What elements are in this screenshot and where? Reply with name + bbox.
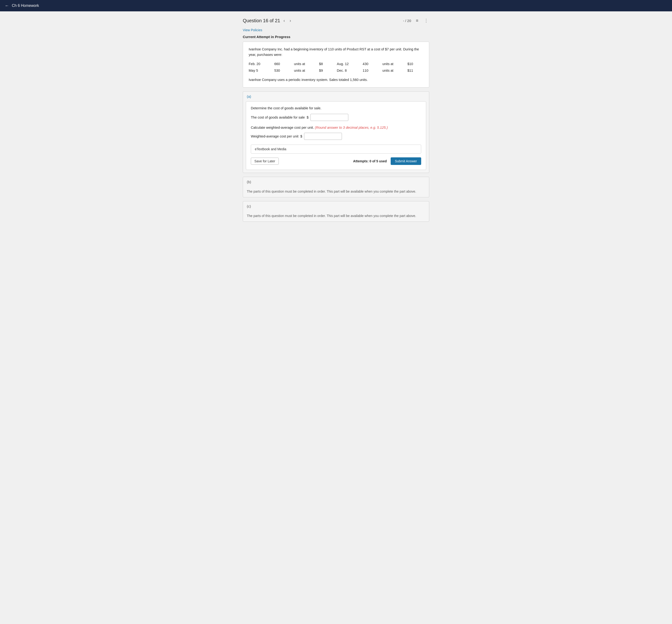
weighted-avg-hint: (Round answer to 3 decimal places, e.g. …	[315, 126, 388, 129]
part-b-locked-text: The parts of this question must be compl…	[243, 187, 429, 197]
back-arrow-icon[interactable]: ←	[5, 3, 9, 8]
part-a-header: (a)	[243, 92, 429, 101]
attempts-info: Attempts: 0 of 5 used	[353, 159, 387, 163]
next-question-button[interactable]: ›	[288, 17, 292, 24]
etextbook-link[interactable]: eTextbook and Media	[251, 145, 421, 154]
weighted-avg-label: Calculate weighted-average cost per unit…	[251, 126, 421, 129]
weighted-avg-input[interactable]	[304, 133, 342, 140]
top-navigation: ← Ch 6 Homework	[0, 0, 672, 11]
problem-intro-text: Ivanhoe Company Inc. had a beginning inv…	[249, 47, 423, 57]
purchase-date-4: Dec. 8	[337, 68, 359, 73]
purchase-qty-2: 530	[274, 68, 290, 73]
purchase-price-2: $9	[319, 68, 333, 73]
purchase-price-1: $8	[319, 61, 333, 67]
weighted-avg-dollar-sign: $	[300, 134, 302, 138]
course-title: Ch 6 Homework	[12, 4, 39, 8]
question-header: Question 16 of 21 ‹ › - / 20 ≡ ⋮	[243, 17, 429, 24]
score-display: - / 20	[403, 19, 411, 23]
purchase-price-3: $10	[408, 61, 423, 67]
part-a-body: Determine the cost of goods available fo…	[246, 101, 426, 170]
question-title: Question 16 of 21	[243, 18, 280, 23]
purchase-qty-1: 660	[274, 61, 290, 67]
cost-of-goods-input[interactable]	[310, 114, 348, 121]
problem-box: Ivanhoe Company Inc. had a beginning inv…	[243, 42, 429, 87]
purchases-table: Feb. 20 660 units at $8 Aug. 12 430 unit…	[249, 61, 423, 73]
part-a-section: (a) Determine the cost of goods availabl…	[243, 92, 429, 173]
purchase-unit-label-2: units at	[294, 68, 315, 73]
part-a-instruction: Determine the cost of goods available fo…	[251, 106, 421, 110]
save-for-later-button[interactable]: Save for Later	[251, 158, 279, 165]
main-content: Question 16 of 21 ‹ › - / 20 ≡ ⋮ View Po…	[239, 11, 433, 249]
purchase-qty-3: 430	[363, 61, 379, 67]
purchase-date-2: May 5	[249, 68, 270, 73]
purchase-unit-label-3: units at	[382, 61, 404, 67]
weighted-avg-text: Calculate weighted-average cost per unit…	[251, 126, 314, 129]
view-policies-link[interactable]: View Policies	[243, 28, 262, 32]
cost-label: The cost of goods available for sale	[251, 115, 305, 119]
part-b-header: (b)	[243, 177, 429, 187]
footer-spacer	[243, 226, 429, 240]
question-navigation: Question 16 of 21 ‹ ›	[243, 17, 292, 24]
submit-area: Attempts: 0 of 5 used Submit Answer	[353, 157, 421, 165]
prev-question-button[interactable]: ‹	[282, 17, 286, 24]
purchase-qty-4: 110	[363, 68, 379, 73]
purchase-unit-label-4: units at	[382, 68, 404, 73]
list-icon-button[interactable]: ≡	[415, 17, 419, 24]
purchase-unit-label-1: units at	[294, 61, 315, 67]
more-options-button[interactable]: ⋮	[423, 17, 429, 24]
submit-answer-button[interactable]: Submit Answer	[391, 157, 421, 165]
periodic-text: Ivanhoe Company uses a periodic inventor…	[249, 77, 423, 83]
part-a-footer: Save for Later Attempts: 0 of 5 used Sub…	[251, 157, 421, 165]
part-c-section: (c) The parts of this question must be c…	[243, 201, 429, 222]
cost-of-goods-row: The cost of goods available for sale $	[251, 114, 421, 121]
cost-dollar-sign: $	[307, 115, 309, 119]
current-attempt-label: Current Attempt in Progress	[243, 35, 429, 39]
weighted-avg-row: Weighted-average cost per unit $	[251, 133, 421, 140]
purchase-price-4: $11	[408, 68, 423, 73]
part-c-header: (c)	[243, 201, 429, 211]
part-c-locked-text: The parts of this question must be compl…	[243, 211, 429, 222]
purchase-date-1: Feb. 20	[249, 61, 270, 67]
weighted-avg-field-label: Weighted-average cost per unit	[251, 134, 299, 138]
part-b-section: (b) The parts of this question must be c…	[243, 177, 429, 197]
question-right-controls: - / 20 ≡ ⋮	[403, 17, 429, 24]
purchase-date-3: Aug. 12	[337, 61, 359, 67]
